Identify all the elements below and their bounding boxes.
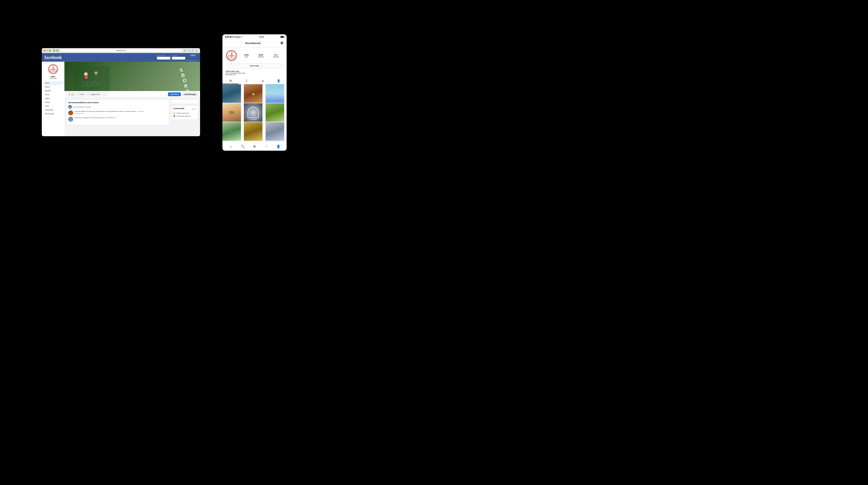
settings-gear-icon xyxy=(280,41,283,44)
location-icon: ◉ xyxy=(261,79,264,83)
5bbc-logo-svg: 5BBC NYC'S FRIENDLIEST BIKE CLUB xyxy=(48,64,58,74)
reload-button[interactable]: ↻ xyxy=(184,49,187,52)
more-button[interactable]: ... xyxy=(102,92,107,96)
search-icon: 🔍 xyxy=(241,144,245,148)
statusbar-right xyxy=(280,36,284,38)
window-controls xyxy=(43,50,51,52)
sidebar-item-events[interactable]: Events xyxy=(43,85,63,89)
review-content-2: Thank you for allowing me to ride along … xyxy=(74,117,167,122)
statusbar-time: 19:33 xyxy=(243,36,280,38)
forgot-password-link[interactable]: Forgotten account? xyxy=(187,60,197,61)
bio-tagline: NYC's Friendliest Bike Club xyxy=(225,72,283,74)
learn-more-button[interactable]: Learn More xyxy=(168,92,181,96)
sidebar-item-community[interactable]: Community xyxy=(43,108,63,112)
community-widget: Community See all 👍 2,388 people like th… xyxy=(171,105,198,120)
add-bookmark-button[interactable]: + xyxy=(191,49,194,52)
sidebar-item-reviews[interactable]: Reviews xyxy=(43,89,63,93)
community-follows-text: 2,308 people follow this xyxy=(176,116,191,117)
posts-count: 3431 xyxy=(244,54,249,56)
sidebar-item-videos[interactable]: Videos xyxy=(43,96,63,100)
svg-line-6 xyxy=(51,68,53,70)
settings-button[interactable] xyxy=(280,41,283,45)
facebook-browser-window: ‹ › facebook.com ↻ ↑ + ≡ facebook Email … xyxy=(42,48,200,136)
review-content-1: I rode with 5BBC for 20 years every week… xyxy=(74,110,167,116)
password-input[interactable] xyxy=(172,57,185,60)
page-logo-container: 5BBC NYC'S FRIENDLIEST BIKE CLUB 5BBC @F… xyxy=(43,63,63,79)
login-button[interactable]: Log In xyxy=(188,54,197,59)
facebook-posts-area: Recommendations and reviews 👍 Recommende… xyxy=(64,98,200,128)
share-button[interactable]: ↗ Share xyxy=(76,92,86,96)
grid-item-5[interactable]: ON THE RIDE xyxy=(244,103,262,122)
edit-icon: ✏ xyxy=(89,93,90,95)
community-follows: 👤 2,308 people follow this xyxy=(173,115,196,117)
instagram-username: 5borobikeclub xyxy=(245,42,260,44)
sidebar-item-posts[interactable]: Posts xyxy=(43,104,63,108)
nav-search-button[interactable]: 🔍 xyxy=(240,144,245,149)
grid-item-4[interactable]: 🍽 xyxy=(222,103,241,122)
reader-view-button[interactable]: ≡ xyxy=(195,49,198,52)
facebook-action-bar: 👍 Like ↗ Share ✏ Suggest Edits ... Learn… xyxy=(64,91,200,98)
post-placeholder xyxy=(171,99,198,104)
address-bar[interactable]: facebook.com xyxy=(60,49,182,52)
followers-stat: 6530 followers xyxy=(258,54,264,58)
email-input[interactable] xyxy=(157,57,170,60)
svg-text:5BBC: 5BBC xyxy=(52,66,54,66)
grid-icon: ⊞ xyxy=(229,79,232,82)
instagram-statusbar: Company ∿ 19:33 xyxy=(222,34,287,39)
grid-item-3[interactable] xyxy=(266,84,284,103)
instagram-photo-grid: 🚴 👩 🍽 xyxy=(222,84,287,141)
maximize-window-button[interactable] xyxy=(49,50,51,52)
sidebar-item-info-and-ads[interactable]: Info and ads xyxy=(43,112,63,116)
profile-top-row: 5BBC NYC'S FRIENDLIEST 3431 posts 6530 f… xyxy=(225,50,283,61)
send-message-button[interactable]: Send Message xyxy=(182,92,198,96)
browser-action-buttons: ↻ ↑ + ≡ xyxy=(184,49,198,52)
edit-profile-button[interactable]: Edit Profile xyxy=(225,63,283,68)
page-name: 5BBC xyxy=(51,76,56,78)
facebook-main-content: 5BOROBIK 👍 Like ↗ Share ✏ Suggest Edits … xyxy=(64,62,200,136)
like-button[interactable]: 👍 Like xyxy=(67,92,75,96)
see-more-link-1[interactable]: See more xyxy=(138,111,144,112)
grid-item-1[interactable]: 🚴 xyxy=(222,84,241,103)
list-icon: ☰ xyxy=(245,79,248,83)
sidebar-item-about[interactable]: About xyxy=(43,93,63,96)
posts-label: posts xyxy=(245,56,248,58)
sidebar-item-photos[interactable]: Photos xyxy=(43,100,63,104)
sidebar-item-home[interactable]: Home xyxy=(43,81,63,85)
forward-button[interactable]: › xyxy=(56,49,59,52)
nav-heart-button[interactable]: ♡ xyxy=(264,144,269,149)
facebook-left-column: Recommendations and reviews 👍 Recommende… xyxy=(66,99,169,127)
tab-grid[interactable]: ⊞ xyxy=(222,78,239,84)
tab-list[interactable]: ☰ xyxy=(239,78,254,84)
grid-item-8[interactable] xyxy=(244,122,262,141)
nav-home-button[interactable]: ⌂ xyxy=(228,144,233,149)
share-browser-button[interactable]: ↑ xyxy=(187,49,191,52)
profile-avatar-svg: 5BBC NYC'S FRIENDLIEST xyxy=(226,50,237,61)
svg-point-20 xyxy=(94,71,98,74)
following-label: following xyxy=(273,56,279,58)
grid-item-9[interactable] xyxy=(266,122,284,141)
tab-location[interactable]: ◉ xyxy=(254,78,271,84)
person-follow-icon: 👤 xyxy=(173,115,176,117)
suggest-edits-button[interactable]: ✏ Suggest Edits xyxy=(87,92,101,96)
nav-camera-button[interactable]: ⊕ xyxy=(252,144,257,149)
tab-tagged[interactable]: 👤 xyxy=(271,78,287,84)
grid-item-7[interactable]: 🚴‍♂️ xyxy=(222,122,241,141)
signal-dot-4 xyxy=(230,36,231,37)
nav-profile-button[interactable]: 👤 xyxy=(276,144,281,149)
back-button[interactable]: ‹ xyxy=(53,49,55,52)
signal-dots xyxy=(225,36,232,37)
share-icon: ↗ xyxy=(78,93,80,95)
close-window-button[interactable] xyxy=(43,50,45,52)
see-all-link[interactable]: See all xyxy=(192,108,196,110)
facebook-login-area: Email or Phone Password Log In Forgotten… xyxy=(157,54,197,61)
grid-item-6[interactable] xyxy=(266,103,284,122)
community-title: Community xyxy=(173,107,184,109)
wifi-icon: ∿ xyxy=(241,36,243,38)
grid-item-2[interactable]: 👩 xyxy=(244,84,262,103)
bio-website-link[interactable]: www.5bbc.org xyxy=(225,74,283,75)
facebook-sidebar: 5BBC NYC'S FRIENDLIEST BIKE CLUB 5BBC @F… xyxy=(42,62,64,136)
minimize-window-button[interactable] xyxy=(46,50,48,52)
password-field-group: Password xyxy=(172,55,185,60)
followers-label: followers xyxy=(258,56,264,58)
browser-navigation: ‹ › xyxy=(53,49,59,52)
